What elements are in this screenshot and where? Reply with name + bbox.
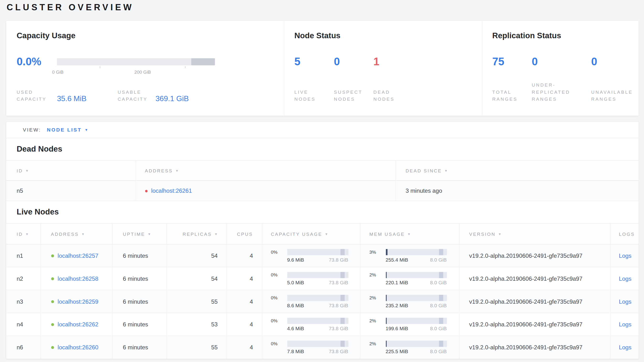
- mem-used-value: 225.5 MiB: [386, 348, 408, 354]
- capacity-bar-segment: [340, 272, 344, 278]
- axis-label-zero: 0 GiB: [52, 69, 64, 74]
- capacity-total-value: 73.8 GiB: [329, 348, 348, 354]
- capacity-used-value: 7.8 MiB: [287, 348, 304, 354]
- node-uptime: 6 minutes: [112, 336, 166, 359]
- capacity-percent: 0%: [271, 249, 287, 254]
- capacity-usage-cell: 0% 9.6 MiB73.8 GiB: [271, 249, 348, 263]
- live-status-icon: [51, 346, 54, 349]
- col-header-version[interactable]: VERSION▼: [459, 223, 610, 244]
- node-address-link[interactable]: localhost:26259: [58, 298, 98, 305]
- col-header-cpus: CPUS: [226, 223, 262, 244]
- col-header-address[interactable]: ADDRESS▼: [136, 160, 396, 180]
- capacity-usage-cell: 0% 8.6 MiB73.8 GiB: [271, 295, 348, 308]
- node-address-link[interactable]: localhost:26260: [58, 344, 98, 351]
- col-label: MEM USAGE: [370, 231, 405, 236]
- usable-capacity-value: 369.1 GiB: [156, 95, 188, 103]
- logs-link[interactable]: Logs: [619, 298, 632, 305]
- capacity-percent: 0%: [271, 295, 287, 300]
- col-header-mem-usage[interactable]: MEM USAGE▼: [360, 223, 459, 244]
- table-row: n6 localhost:26260 6 minutes 55 4 0% 7.8…: [6, 336, 638, 359]
- node-version: v19.2.0-alpha.20190606-2491-gfe735c9a97: [459, 313, 610, 336]
- capacity-usage-cell: 0% 7.8 MiB73.8 GiB: [271, 340, 348, 354]
- mem-percent: 2%: [370, 295, 386, 300]
- col-header-id[interactable]: ID▼: [6, 160, 136, 180]
- view-bar: VIEW: NODE LIST ▼: [6, 122, 638, 138]
- sort-arrow-icon: ▼: [175, 169, 178, 173]
- usable-capacity-label: USABLE CAPACITY: [118, 89, 156, 103]
- col-header-uptime[interactable]: UPTIME▼: [112, 223, 166, 244]
- capacity-bar-track: [57, 58, 215, 65]
- node-address-link[interactable]: localhost:26258: [58, 275, 98, 282]
- mem-bar-fill: [386, 272, 387, 278]
- replication-status-title: Replication Status: [492, 31, 638, 40]
- node-status-title: Node Status: [294, 31, 482, 40]
- mem-used-value: 220.1 MiB: [386, 279, 408, 285]
- total-ranges-count: 75: [492, 55, 532, 68]
- node-cpus: 4: [226, 267, 262, 290]
- axis-label-200: 200 GiB: [134, 69, 151, 74]
- mem-used-value: 255.4 MiB: [386, 257, 408, 263]
- under-replicated-count: 0: [532, 55, 591, 68]
- dead-nodes-table: ID▼ ADDRESS▼ DEAD SINCE▼ n5 localhost:26…: [6, 160, 638, 201]
- capacity-bar: [287, 317, 348, 324]
- live-nodes-table: ID▼ ADDRESS▼ UPTIME▼ REPLICAS▼ CPUS CAPA…: [6, 223, 638, 359]
- view-selector-dropdown[interactable]: NODE LIST ▼: [47, 127, 88, 133]
- page-title: CLUSTER OVERVIEW: [7, 3, 644, 12]
- logs-link[interactable]: Logs: [619, 321, 632, 328]
- suspect-nodes-label: SUSPECT NODES: [334, 89, 368, 103]
- sort-arrow-icon: ▼: [214, 232, 218, 236]
- suspect-nodes-count: 0: [334, 55, 373, 68]
- sort-arrow-icon: ▼: [325, 232, 328, 236]
- node-id: n5: [6, 180, 136, 201]
- stat-unavailable-ranges: 0 UNAVAILABLE RANGES: [591, 55, 631, 103]
- live-status-icon: [51, 323, 54, 326]
- mem-percent: 2%: [370, 341, 386, 346]
- node-list-card: VIEW: NODE LIST ▼ Dead Nodes ID▼ ADDRESS…: [6, 122, 638, 359]
- capacity-percent: 0%: [271, 341, 287, 346]
- col-header-dead-since[interactable]: DEAD SINCE▼: [395, 160, 638, 180]
- col-label: DEAD SINCE: [406, 168, 442, 173]
- logs-link[interactable]: Logs: [619, 275, 632, 282]
- mem-usage-cell: 3% 255.4 MiB8.0 GiB: [370, 249, 447, 263]
- col-header-id[interactable]: ID▼: [6, 223, 40, 244]
- table-row: n1 localhost:26257 6 minutes 54 4 0% 9.6…: [6, 244, 638, 267]
- mem-bar: [386, 295, 447, 301]
- sort-arrow-icon: ▼: [82, 232, 85, 236]
- node-replicas: 53: [166, 313, 227, 336]
- capacity-bar-segment: [340, 317, 344, 324]
- mem-usage-cell: 2% 225.5 MiB8.0 GiB: [370, 340, 447, 354]
- sort-arrow-icon: ▼: [25, 232, 29, 236]
- live-status-icon: [51, 300, 54, 303]
- col-header-address[interactable]: ADDRESS▼: [40, 223, 112, 244]
- col-header-replicas[interactable]: REPLICAS▼: [166, 223, 227, 244]
- logs-link[interactable]: Logs: [619, 252, 632, 259]
- node-replicas: 55: [166, 336, 227, 359]
- mem-used-value: 199.6 MiB: [386, 325, 408, 331]
- node-status-section: Node Status 5 LIVE NODES 0 SUSPECT NODES…: [284, 21, 482, 116]
- capacity-bar-segment: [340, 295, 344, 301]
- capacity-bar: [287, 295, 348, 301]
- cluster-summary-card: Capacity Usage 0.0% 0 GiB 200 GiB: [6, 21, 638, 116]
- under-replicated-label: UNDER-REPLICATED RANGES: [532, 82, 571, 103]
- col-label: CAPACITY USAGE: [271, 231, 322, 236]
- mem-bar-segment: [439, 272, 443, 278]
- node-address-link[interactable]: localhost:26257: [58, 252, 98, 259]
- logs-link[interactable]: Logs: [619, 344, 632, 351]
- sort-arrow-icon: ▼: [444, 169, 448, 173]
- capacity-total-value: 73.8 GiB: [329, 257, 348, 263]
- mem-bar: [386, 340, 447, 347]
- sort-arrow-icon: ▼: [408, 232, 411, 236]
- dead-nodes-count: 1: [373, 55, 413, 68]
- node-address-link[interactable]: localhost:26262: [58, 321, 98, 328]
- dead-nodes-title: Dead Nodes: [6, 138, 638, 160]
- mem-bar-fill: [386, 340, 387, 347]
- live-nodes-label: LIVE NODES: [294, 89, 328, 103]
- mem-bar: [386, 249, 447, 255]
- node-address-link[interactable]: localhost:26261: [151, 188, 192, 194]
- sort-arrow-icon: ▼: [498, 232, 502, 236]
- node-id: n1: [6, 244, 40, 267]
- live-nodes-count: 5: [294, 55, 334, 68]
- capacity-bar-segment: [340, 340, 344, 347]
- col-label: VERSION: [469, 231, 496, 236]
- col-header-capacity-usage[interactable]: CAPACITY USAGE▼: [262, 223, 360, 244]
